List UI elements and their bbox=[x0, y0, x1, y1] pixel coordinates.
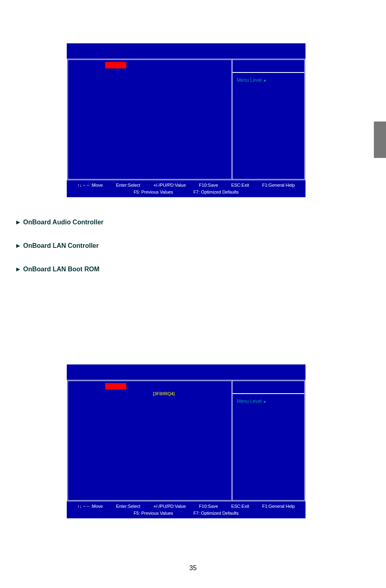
bios-footer: ↑↓→←:Move Enter:Select +/-/PU/PD:Value F… bbox=[67, 180, 305, 197]
footer-optimized: F7: Optimized Defaults bbox=[193, 510, 239, 517]
arrow-icon: ► bbox=[15, 242, 21, 249]
footer-move: ↑↓→←:Move bbox=[77, 182, 103, 189]
bios-window-onchip: Menu Level ► ↑↓→←:Move Enter:Select +/-/… bbox=[67, 43, 305, 197]
item-help-body: Menu Level ► bbox=[233, 73, 304, 179]
chevron-right-icon: ► bbox=[263, 78, 267, 83]
footer-save: F10:Save bbox=[199, 503, 218, 510]
footer-exit: ESC:Exit bbox=[231, 182, 249, 189]
footer-previous: F5: Previous Values bbox=[134, 189, 173, 196]
heading-text-1: OnBoard Audio Controller bbox=[23, 219, 104, 226]
menu-level-text: Menu Level bbox=[237, 77, 262, 83]
bios-left-panel bbox=[67, 59, 233, 180]
footer-help: F1:General Help bbox=[262, 503, 295, 510]
footer-save: F10:Save bbox=[199, 182, 218, 189]
heading-lanboot: ► OnBoard LAN Boot ROM bbox=[15, 266, 100, 273]
arrow-icon: ► bbox=[15, 266, 21, 273]
heading-text-3: OnBoard LAN Boot ROM bbox=[23, 266, 99, 273]
footer-move: ↑↓→←:Move bbox=[77, 503, 103, 510]
selected-highlight[interactable] bbox=[105, 383, 126, 390]
footer-value: +/-/PU/PD:Value bbox=[153, 503, 186, 510]
bios-header bbox=[67, 364, 305, 380]
bios-right-panel: Menu Level ► bbox=[233, 380, 305, 501]
arrow-icon: ► bbox=[15, 219, 21, 226]
bios-window-superio: [3F8/IRQ4] Menu Level ► ↑↓→←:Move Enter:… bbox=[67, 364, 305, 518]
item-help-header bbox=[233, 60, 304, 73]
footer-optimized: F7: Optimized Defaults bbox=[193, 189, 239, 196]
page-number: 35 bbox=[189, 565, 197, 572]
footer-previous: F5: Previous Values bbox=[134, 510, 173, 517]
heading-text-2: OnBoard LAN Controller bbox=[23, 242, 99, 249]
footer-enter: Enter:Select bbox=[116, 182, 140, 189]
bios-footer: ↑↓→←:Move Enter:Select +/-/PU/PD:Value F… bbox=[67, 501, 305, 518]
footer-exit: ESC:Exit bbox=[231, 503, 249, 510]
footer-enter: Enter:Select bbox=[116, 503, 140, 510]
bios-left-panel: [3F8/IRQ4] bbox=[67, 380, 233, 501]
selected-highlight[interactable] bbox=[105, 62, 126, 68]
side-tab bbox=[374, 121, 386, 158]
serial-port-value: [3F8/IRQ4] bbox=[153, 391, 175, 396]
menu-level-label: Menu Level ► bbox=[237, 77, 267, 83]
item-help-body: Menu Level ► bbox=[233, 394, 304, 500]
footer-value: +/-/PU/PD:Value bbox=[153, 182, 186, 189]
chevron-right-icon: ► bbox=[263, 399, 267, 404]
bios-body: Menu Level ► bbox=[67, 59, 305, 180]
menu-level-label: Menu Level ► bbox=[237, 398, 267, 404]
menu-level-text: Menu Level bbox=[237, 398, 262, 404]
heading-audio: ► OnBoard Audio Controller bbox=[15, 219, 104, 226]
bios-right-panel: Menu Level ► bbox=[233, 59, 305, 180]
heading-lan: ► OnBoard LAN Controller bbox=[15, 242, 99, 249]
item-help-header bbox=[233, 381, 304, 394]
bios-body: [3F8/IRQ4] Menu Level ► bbox=[67, 380, 305, 501]
footer-help: F1:General Help bbox=[262, 182, 295, 189]
bios-header bbox=[67, 43, 305, 59]
